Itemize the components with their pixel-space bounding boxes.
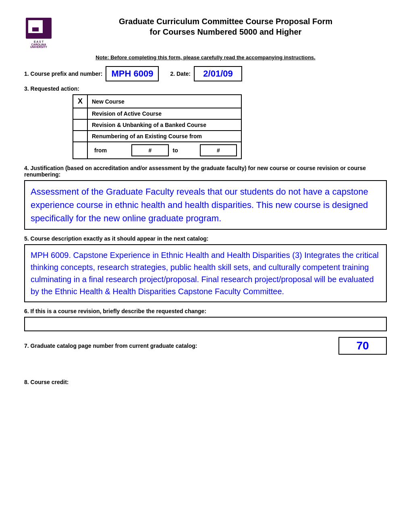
action-table: X New Course Revision of Active Course R… [73,94,242,159]
catalog-label: 7. Graduate catalog page number from cur… [24,343,338,349]
from-to-empty-cell [73,142,87,159]
course-number-label: 1. Course prefix and number: [24,71,102,77]
svg-rect-5 [28,31,43,33]
to-hash: # [200,145,237,156]
requested-action-section: 3. Requested action: X New Course Revisi… [24,85,387,159]
course-number-row: 1. Course prefix and number: MPH 6009 2.… [24,66,387,81]
checkbox-new-course: X [73,95,87,108]
revision-banked-label: Revision & Unbanking of a Banked Course [87,119,241,131]
checkbox-renumbering [73,131,87,142]
date-label: 2. Date: [170,71,191,77]
table-row: Renumbering of an Existing Course from [73,131,241,142]
svg-rect-4 [39,20,43,32]
form-title: Graduate Curriculum Committee Course Pro… [64,16,387,37]
svg-text:E A S T: E A S T [34,40,44,43]
from-to-cell: from # to # [87,142,241,159]
svg-text:UNIVERSITY: UNIVERSITY [30,46,47,48]
header-title: Graduate Curriculum Committee Course Pro… [64,16,387,37]
justification-section: 4. Justification (based on accreditation… [24,165,387,230]
date-value: 2/01/09 [194,66,242,81]
checkbox-revision-active [73,108,87,119]
logo-box: E A S T CAROLINA UNIVERSITY [24,16,56,50]
table-row: X New Course [73,95,241,108]
course-number-value: MPH 6009 [106,66,159,81]
catalog-value: 70 [338,337,387,355]
from-label: from [92,145,132,156]
to-label: to [168,145,200,156]
course-desc-box: MPH 6009. Capstone Experience in Ethnic … [24,244,387,302]
course-description-section: 5. Course description exactly as it shou… [24,235,387,302]
checkbox-revision-banked [73,119,87,131]
table-row: Revision of Active Course [73,108,241,119]
course-credit-label: 8. Course credit: [24,379,387,385]
svg-rect-2 [32,20,35,27]
from-to-row: from # to # [73,142,241,159]
justification-label: 4. Justification (based on accreditation… [24,165,387,178]
from-hash: # [132,145,168,156]
renumbering-label: Renumbering of an Existing Course from [87,131,241,142]
revision-active-label: Revision of Active Course [87,108,241,119]
revision-label: 6. If this is a course revision, briefly… [24,308,387,314]
table-row: Revision & Unbanking of a Banked Course [73,119,241,131]
svg-rect-3 [35,20,39,27]
revision-section: 6. If this is a course revision, briefly… [24,308,387,331]
catalog-row: 7. Graduate catalog page number from cur… [24,337,387,355]
revision-box [24,317,387,331]
note-line: Note: Before completing this form, pleas… [24,54,387,60]
ecu-logo-icon: E A S T CAROLINA UNIVERSITY [24,16,53,48]
new-course-label: New Course [87,95,241,108]
course-desc-label: 5. Course description exactly as it shou… [24,235,387,242]
justification-box: Assessment of the Graduate Faculty revea… [24,180,387,230]
header-section: E A S T CAROLINA UNIVERSITY Graduate Cur… [24,16,387,50]
svg-rect-1 [28,20,32,32]
requested-action-label: 3. Requested action: [24,85,387,92]
